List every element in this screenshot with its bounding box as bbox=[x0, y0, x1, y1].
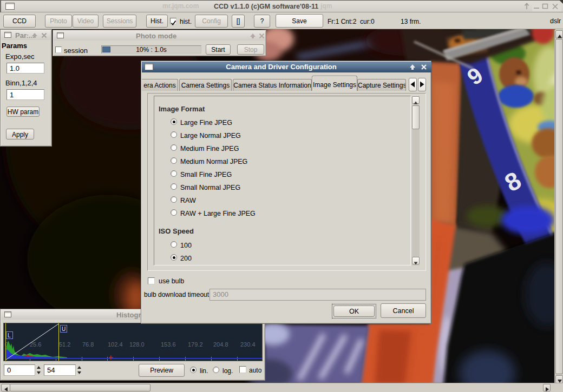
svg-text:128.0: 128.0 bbox=[129, 341, 145, 348]
svg-text:76.8: 76.8 bbox=[82, 341, 94, 348]
svg-text:179.2: 179.2 bbox=[188, 341, 203, 348]
svg-text:51.2: 51.2 bbox=[59, 341, 70, 348]
svg-text:230.4: 230.4 bbox=[240, 341, 256, 348]
svg-text:102.4: 102.4 bbox=[108, 341, 123, 348]
svg-text:153.6: 153.6 bbox=[161, 341, 176, 348]
svg-text:204.8: 204.8 bbox=[213, 341, 228, 348]
svg-text:U: U bbox=[62, 326, 66, 332]
svg-text:L: L bbox=[8, 333, 11, 338]
